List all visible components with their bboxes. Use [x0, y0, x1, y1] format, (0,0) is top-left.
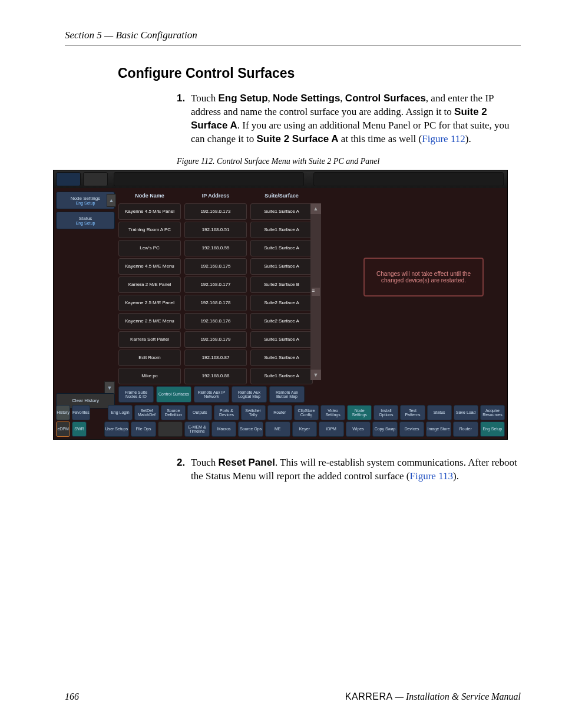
page-number: 166 — [65, 691, 79, 702]
wipes-button[interactable]: Wipes — [346, 421, 371, 437]
table-row[interactable]: Kayenne 2.5 M/E Panel192.168.0.178Suite2… — [118, 295, 313, 311]
eng-login-button[interactable]: Eng Login — [108, 405, 133, 420]
file-ops-button[interactable]: File Ops — [131, 421, 156, 437]
app-topbar — [54, 170, 507, 188]
restart-notice: Changes will not take effect until the c… — [363, 258, 484, 297]
tab-control-surfaces[interactable]: Control Surfaces — [156, 386, 191, 403]
scroll-up-icon[interactable]: ▲ — [310, 203, 321, 214]
router2-button[interactable]: Router — [453, 421, 478, 437]
favorites-button[interactable]: Favorites — [72, 405, 90, 420]
step-1-num: 1. — [177, 92, 185, 106]
empty-button — [158, 421, 183, 437]
sidebar-status[interactable]: Status Eng Setup — [56, 212, 115, 229]
macros-button[interactable]: Macros — [211, 421, 237, 437]
table-row[interactable]: Edit Room192.168.0.87Suite1 Surface A — [118, 350, 313, 366]
user-setups-button[interactable]: User Setups — [104, 421, 130, 437]
table-row[interactable]: Mike pc192.168.0.88Suite1 Surface A — [118, 368, 313, 384]
table-row[interactable]: Lew's PC192.168.0.55Suite1 Surface A — [118, 240, 313, 256]
clipstore-button[interactable]: ClipStore Config — [294, 405, 319, 420]
table-row[interactable]: Karrera Soft Panel192.168.0.179Suite1 Su… — [118, 331, 313, 348]
idpm-button[interactable]: iDPM — [319, 421, 344, 437]
status-button[interactable]: Status — [427, 405, 452, 420]
scroll-down-icon[interactable]: ▼ — [310, 370, 321, 380]
sidebar: Node Settings Eng Setup ▲ Status Eng Set… — [56, 192, 115, 436]
video-settings-button[interactable]: Video Settings — [320, 405, 345, 420]
screenshot-control-surface-menu: Node Settings Eng Setup ▲ Status Eng Set… — [53, 170, 508, 440]
topbar-spacer — [114, 172, 304, 186]
table-scrollbar[interactable]: ▲ ≡ ▼ — [310, 203, 321, 380]
node-settings-button[interactable]: Node Settings — [347, 405, 372, 420]
keyer-button[interactable]: Keyer — [292, 421, 318, 437]
eng-setup-button[interactable]: Eng Setup — [480, 421, 505, 437]
ports-devices-button[interactable]: Ports & Devices — [214, 405, 239, 420]
swr-button[interactable]: SWR — [72, 421, 86, 437]
table-row[interactable]: Kayenne 4.5 M/E Panel192.168.0.173Suite1… — [118, 203, 313, 220]
step-2: 2. Touch Reset Panel. This will re-estab… — [177, 456, 521, 483]
topbar-tab[interactable] — [56, 172, 81, 186]
scroll-down-icon[interactable]: ▼ — [104, 381, 115, 394]
table-row[interactable]: Training Room A PC192.168.0.51Suite1 Sur… — [118, 222, 313, 238]
th-suite-surface: Suite/Surface — [250, 190, 313, 201]
bottom-row-1: History Favorites Eng Login SetDef Match… — [56, 405, 505, 420]
history-button[interactable]: History — [56, 405, 70, 420]
me-button[interactable]: ME — [265, 421, 290, 437]
sidebar-node-settings[interactable]: Node Settings Eng Setup — [56, 192, 115, 209]
figure-link-113[interactable]: Figure 113 — [410, 470, 454, 482]
tab-remote-aux-ip[interactable]: Remote Aux IP Network — [194, 386, 229, 403]
step-2-num: 2. — [177, 456, 185, 470]
topbar-spacer — [313, 172, 504, 186]
switcher-tally-button[interactable]: Switcher Tally — [241, 405, 266, 420]
test-patterns-button[interactable]: Test Patterns — [400, 405, 425, 420]
table-headers: Node Name IP Address Suite/Surface — [118, 190, 313, 201]
acquire-button[interactable]: Acquire Resources — [480, 405, 505, 420]
edpm-button[interactable]: eDPM — [56, 421, 70, 437]
bottom-row-2: eDPM SWR User Setups File Ops E-MEM & Ti… — [56, 421, 505, 437]
topbar-tab[interactable] — [83, 172, 108, 186]
outputs-button[interactable]: Outputs — [187, 405, 212, 420]
image-store-button[interactable]: Image Store — [426, 421, 451, 437]
th-node-name: Node Name — [118, 190, 181, 201]
table-row[interactable]: Kayenne 4.5 M/E Menu192.168.0.175Suite1 … — [118, 258, 313, 275]
table-row[interactable]: Kayenne 2.5 M/E Menu192.168.0.176Suite2 … — [118, 313, 313, 330]
subtab-row: Frame Suite Nodes & ID Control Surfaces … — [118, 386, 305, 403]
setdef-button[interactable]: SetDef MatchDef — [134, 405, 159, 420]
section-header: Section 5 — Basic Configuration — [65, 29, 521, 41]
tab-remote-aux-logical[interactable]: Remote Aux Logical Map — [232, 386, 267, 403]
th-ip-address: IP Address — [184, 190, 247, 201]
tab-remote-aux-button[interactable]: Remote Aux Button Map — [269, 386, 305, 403]
step-1: 1. Touch Eng Setup, Node Settings, Contr… — [177, 92, 521, 146]
figure-link-112[interactable]: Figure 112 — [422, 133, 465, 144]
source-def-button[interactable]: Source Definition — [161, 405, 186, 420]
heading-configure: Configure Control Surfaces — [118, 65, 521, 81]
main-table: Node Name IP Address Suite/Surface Kayen… — [118, 190, 313, 386]
emem-button[interactable]: E-MEM & Timeline — [184, 421, 210, 437]
manual-title: KARRERA — Installation & Service Manual — [345, 691, 521, 702]
save-load-button[interactable]: Save Load — [454, 405, 478, 420]
tab-frame-suite[interactable]: Frame Suite Nodes & ID — [118, 386, 154, 403]
install-options-button[interactable]: Install Options — [373, 405, 398, 420]
router-button[interactable]: Router — [267, 405, 292, 420]
copy-swap-button[interactable]: Copy Swap — [372, 421, 398, 437]
table-row[interactable]: Karrera 2 M/E Panel192.168.0.177Suite2 S… — [118, 276, 313, 293]
figure-caption: Figure 112. Control Surface Menu with Su… — [177, 157, 521, 166]
rule — [65, 45, 521, 45]
table-body: Kayenne 4.5 M/E Panel192.168.0.173Suite1… — [118, 203, 313, 384]
source-ops-button[interactable]: Source Ops — [238, 421, 263, 437]
page-footer: 166 KARRERA — Installation & Service Man… — [65, 691, 521, 702]
scroll-up-icon[interactable]: ▲ — [107, 194, 116, 207]
devices-button[interactable]: Devices — [399, 421, 425, 437]
